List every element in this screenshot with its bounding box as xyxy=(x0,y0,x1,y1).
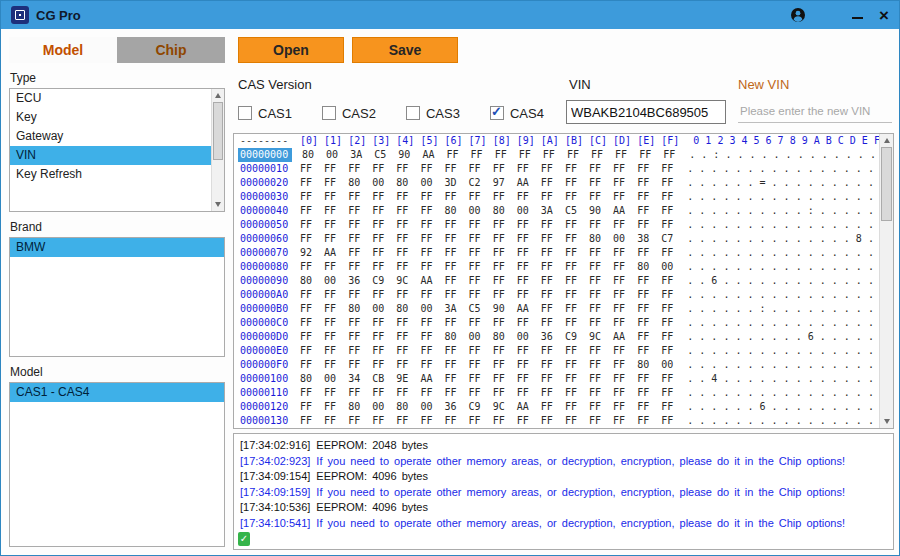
hex-address[interactable]: 00000100 xyxy=(240,372,290,386)
list-item-ecu[interactable]: ECU xyxy=(10,89,211,108)
hex-row[interactable]: 00000020FF FF 80 00 80 00 3D C2 97 AA FF… xyxy=(240,176,879,190)
hex-row[interactable]: 000000A0FF FF FF FF FF FF FF FF FF FF FF… xyxy=(240,288,879,302)
hex-ascii[interactable]: . . : . . . . . . . . . . . . . xyxy=(689,149,876,160)
hex-bytes[interactable]: FF FF 80 00 80 00 3A C5 90 AA FF FF FF F… xyxy=(300,303,673,314)
hex-scroll-down-button[interactable] xyxy=(880,415,893,428)
hex-bytes[interactable]: FF FF FF FF FF FF FF FF FF FF FF FF FF F… xyxy=(300,345,673,356)
hex-address[interactable]: 000000D0 xyxy=(240,330,290,344)
hex-address[interactable]: 000000E0 xyxy=(240,344,290,358)
hex-address[interactable]: 00000060 xyxy=(240,232,290,246)
cas3-checkbox-box[interactable] xyxy=(406,106,420,120)
open-button[interactable]: Open xyxy=(238,37,344,63)
checkbox-cas4[interactable]: CAS4 xyxy=(490,106,544,121)
scrollbar-thumb[interactable] xyxy=(213,102,223,160)
hex-ascii[interactable]: . . . . . . . . . . . . . . . . xyxy=(687,387,874,398)
hex-bytes[interactable]: FF FF FF FF FF FF FF FF FF FF FF FF FF F… xyxy=(300,317,673,328)
hex-ascii[interactable]: . . . . . . . . . . . . . . . . xyxy=(687,163,874,174)
hex-bytes[interactable]: FF FF FF FF FF FF 80 00 80 00 3A C5 90 A… xyxy=(300,205,673,216)
hex-ascii[interactable]: . . . . . . . . . . : . . . . . xyxy=(687,205,874,216)
cas1-checkbox-box[interactable] xyxy=(238,106,252,120)
hex-ascii[interactable]: . . . . . . . . . . . . . . . . xyxy=(687,415,874,426)
hex-address[interactable]: 000000A0 xyxy=(240,288,290,302)
hex-row[interactable]: 000000B0FF FF 80 00 80 00 3A C5 90 AA FF… xyxy=(240,302,879,316)
hex-viewer[interactable]: --------[0] [1] [2] [3] [4] [5] [6] [7] … xyxy=(233,133,894,429)
hex-row[interactable]: 00000060FF FF FF FF FF FF FF FF FF FF FF… xyxy=(240,232,879,246)
hex-address[interactable]: 00000050 xyxy=(240,218,290,232)
hex-address[interactable]: 000000B0 xyxy=(240,302,290,316)
hex-bytes[interactable]: 80 00 36 C9 9C AA FF FF FF FF FF FF FF F… xyxy=(300,275,673,286)
checkbox-cas3[interactable]: CAS3 xyxy=(406,106,460,121)
hex-bytes[interactable]: FF FF FF FF FF FF FF FF FF FF FF FF FF F… xyxy=(300,415,673,426)
hex-row[interactable]: 0000000080 00 3A C5 90 AA FF FF FF FF FF… xyxy=(240,148,879,162)
hex-address[interactable]: 00000080 xyxy=(240,260,290,274)
checkbox-cas1[interactable]: CAS1 xyxy=(238,106,292,121)
hex-address[interactable]: 000000C0 xyxy=(240,316,290,330)
hex-row[interactable]: 00000010FF FF FF FF FF FF FF FF FF FF FF… xyxy=(240,162,879,176)
hex-ascii[interactable]: . . . . . . . . . . . . . . . . xyxy=(687,247,874,258)
hex-ascii[interactable]: . . . . . . . . . . . . . . . . xyxy=(687,261,874,272)
cas2-checkbox-box[interactable] xyxy=(322,106,336,120)
checkbox-cas2[interactable]: CAS2 xyxy=(322,106,376,121)
hex-bytes[interactable]: FF FF FF FF FF FF FF FF FF FF FF FF FF F… xyxy=(300,219,673,230)
hex-address[interactable]: 00000010 xyxy=(240,162,290,176)
hex-address[interactable]: 00000090 xyxy=(240,274,290,288)
new-vin-input[interactable] xyxy=(738,100,892,123)
hex-row[interactable]: 000000C0FF FF FF FF FF FF FF FF FF FF FF… xyxy=(240,316,879,330)
hex-row[interactable]: 000000D0FF FF FF FF FF FF 80 00 80 00 36… xyxy=(240,330,879,344)
hex-bytes[interactable]: FF FF FF FF FF FF FF FF FF FF FF FF FF F… xyxy=(300,359,673,370)
hex-row[interactable]: 000000E0FF FF FF FF FF FF FF FF FF FF FF… xyxy=(240,344,879,358)
hex-address[interactable]: 000000F0 xyxy=(240,358,290,372)
hex-bytes[interactable]: FF FF FF FF FF FF FF FF FF FF FF FF FF F… xyxy=(300,163,673,174)
hex-address[interactable]: 00000000 xyxy=(238,148,292,162)
hex-bytes[interactable]: FF FF FF FF FF FF FF FF FF FF FF FF FF F… xyxy=(300,261,673,272)
hex-ascii[interactable]: . . . . . . 6 . . . . . . . . . xyxy=(687,401,874,412)
hex-address[interactable]: 00000120 xyxy=(240,400,290,414)
tab-model[interactable]: Model xyxy=(9,37,117,63)
hex-row[interactable]: 0000007092 AA FF FF FF FF FF FF FF FF FF… xyxy=(240,246,879,260)
hex-row[interactable]: 00000130FF FF FF FF FF FF FF FF FF FF FF… xyxy=(240,414,879,428)
hex-address[interactable]: 00000040 xyxy=(240,204,290,218)
hex-bytes[interactable]: FF FF FF FF FF FF FF FF FF FF FF FF FF F… xyxy=(300,289,673,300)
hex-address[interactable]: 00000030 xyxy=(240,190,290,204)
list-item-key-refresh[interactable]: Key Refresh xyxy=(10,165,211,184)
hex-row[interactable]: 00000080FF FF FF FF FF FF FF FF FF FF FF… xyxy=(240,260,879,274)
save-button[interactable]: Save xyxy=(352,37,458,63)
hex-bytes[interactable]: FF FF 80 00 80 00 3D C2 97 AA FF FF FF F… xyxy=(300,177,673,188)
hex-scrollbar[interactable] xyxy=(879,134,893,428)
hex-row[interactable]: 000000F0FF FF FF FF FF FF FF FF FF FF FF… xyxy=(240,358,879,372)
hex-ascii[interactable]: . . . . . . . . . . . . . . . . xyxy=(687,359,874,370)
hex-address[interactable]: 00000130 xyxy=(240,414,290,428)
hex-ascii[interactable]: . . . . . . . . . . 6 . . . . . xyxy=(687,331,874,342)
hex-ascii[interactable]: . . . . . . : . . . . . . . . . xyxy=(687,303,874,314)
hex-ascii[interactable]: . . 4 . . . . . . . . . . . . . xyxy=(687,373,874,384)
list-item-cas1-cas4[interactable]: CAS1 - CAS4 xyxy=(10,383,224,402)
vin-input[interactable] xyxy=(566,100,726,124)
account-icon[interactable] xyxy=(790,7,806,23)
hex-bytes[interactable]: 92 AA FF FF FF FF FF FF FF FF FF FF FF F… xyxy=(300,247,673,258)
scroll-up-button[interactable] xyxy=(212,89,224,102)
hex-ascii[interactable]: . . . . . . . . . . . . . . 8 . xyxy=(687,233,874,244)
hex-row[interactable]: 00000030FF FF FF FF FF FF FF FF FF FF FF… xyxy=(240,190,879,204)
hex-row[interactable]: 00000040FF FF FF FF FF FF 80 00 80 00 3A… xyxy=(240,204,879,218)
close-button[interactable] xyxy=(879,7,889,24)
hex-bytes[interactable]: FF FF FF FF FF FF 80 00 80 00 36 C9 9C A… xyxy=(300,331,673,342)
hex-address[interactable]: 00000110 xyxy=(240,386,290,400)
menu-icon[interactable] xyxy=(822,10,836,20)
hex-bytes[interactable]: FF FF 80 00 80 00 36 C9 9C AA FF FF FF F… xyxy=(300,401,673,412)
hex-scroll-up-button[interactable] xyxy=(880,134,893,147)
hex-address[interactable]: 00000070 xyxy=(240,246,290,260)
hex-bytes[interactable]: 80 00 34 CB 9E AA FF FF FF FF FF FF FF F… xyxy=(300,373,673,384)
cas4-checkbox-box[interactable] xyxy=(490,106,504,120)
tab-chip[interactable]: Chip xyxy=(117,37,225,63)
hex-row[interactable]: 00000110FF FF FF FF FF FF FF FF FF FF FF… xyxy=(240,386,879,400)
hex-bytes[interactable]: FF FF FF FF FF FF FF FF FF FF FF FF 80 0… xyxy=(300,233,673,244)
hex-ascii[interactable]: . . . . . . . . . . . . . . . . xyxy=(687,191,874,202)
hex-bytes[interactable]: FF FF FF FF FF FF FF FF FF FF FF FF FF F… xyxy=(300,191,673,202)
hex-row[interactable]: 00000050FF FF FF FF FF FF FF FF FF FF FF… xyxy=(240,218,879,232)
hex-ascii[interactable]: . . . . . . . . . . . . . . . . xyxy=(687,317,874,328)
list-item-key[interactable]: Key xyxy=(10,108,211,127)
hex-scrollbar-thumb[interactable] xyxy=(881,147,892,221)
hex-bytes[interactable]: FF FF FF FF FF FF FF FF FF FF FF FF FF F… xyxy=(300,387,673,398)
hex-ascii[interactable]: . . 6 . . . . . . . . . . . . . xyxy=(687,275,874,286)
hex-row[interactable]: 00000120FF FF 80 00 80 00 36 C9 9C AA FF… xyxy=(240,400,879,414)
